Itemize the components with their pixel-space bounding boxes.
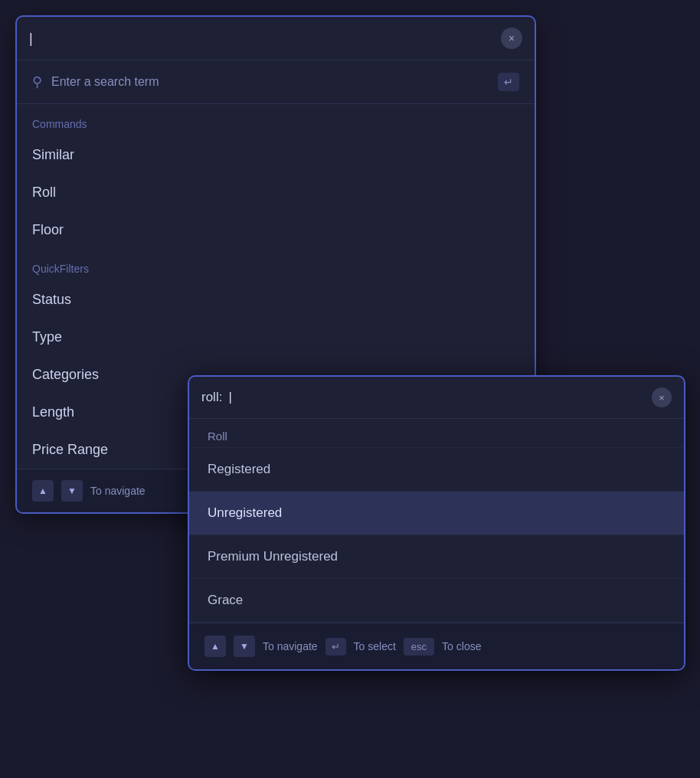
primary-search-bar: × [17, 17, 535, 60]
secondary-search-bar: roll: × [189, 377, 684, 419]
secondary-enter-key: ↵ [325, 638, 346, 655]
menu-item-floor[interactable]: Floor [17, 211, 535, 249]
commands-section-label: Commands [17, 104, 535, 136]
navigate-label: To navigate [90, 485, 146, 497]
secondary-nav-up-button[interactable]: ▲ [204, 636, 226, 657]
secondary-panel: roll: × Roll Registered Unregistered Pre… [188, 375, 685, 671]
menu-item-status[interactable]: Status [17, 281, 535, 319]
search-placeholder-text: Enter a search term [51, 75, 489, 89]
dropdown-item-premium-unregistered[interactable]: Premium Unregistered [189, 535, 684, 579]
menu-item-roll[interactable]: Roll [17, 174, 535, 211]
arrow-down-icon: ▼ [240, 641, 249, 652]
close-icon: × [509, 32, 515, 44]
secondary-select-label: To select [354, 640, 396, 652]
nav-up-button[interactable]: ▲ [32, 480, 54, 502]
primary-search-input[interactable] [29, 31, 501, 47]
enter-key-hint: ↵ [498, 73, 519, 91]
menu-item-similar[interactable]: Similar [17, 136, 535, 174]
primary-clear-button[interactable]: × [501, 28, 522, 49]
secondary-footer-nav: ▲ ▼ To navigate ↵ To select esc To close [189, 623, 684, 669]
secondary-nav-down-button[interactable]: ▼ [234, 636, 255, 657]
secondary-navigate-label: To navigate [263, 640, 318, 652]
search-icon: ⚲ [32, 74, 42, 90]
dropdown-item-unregistered[interactable]: Unregistered [189, 492, 684, 535]
secondary-close-label: To close [442, 640, 481, 652]
quickfilters-section-label: QuickFilters [17, 249, 535, 281]
close-icon: × [659, 392, 665, 404]
esc-key: esc [404, 638, 434, 655]
secondary-clear-button[interactable]: × [652, 387, 672, 407]
roll-prefix: roll: [201, 390, 222, 405]
arrow-down-icon: ▼ [67, 485, 77, 496]
menu-item-type[interactable]: Type [17, 319, 535, 356]
arrow-up-icon: ▲ [211, 641, 220, 652]
dropdown-item-registered[interactable]: Registered [189, 448, 684, 492]
dropdown-item-grace[interactable]: Grace [189, 579, 684, 623]
secondary-search-input[interactable] [228, 390, 646, 405]
arrow-up-icon: ▲ [38, 485, 47, 496]
nav-down-button[interactable]: ▼ [61, 480, 83, 502]
dropdown-list: Roll Registered Unregistered Premium Unr… [189, 419, 684, 623]
search-placeholder-row[interactable]: ⚲ Enter a search term ↵ [17, 60, 535, 104]
dropdown-category-roll: Roll [189, 419, 684, 448]
